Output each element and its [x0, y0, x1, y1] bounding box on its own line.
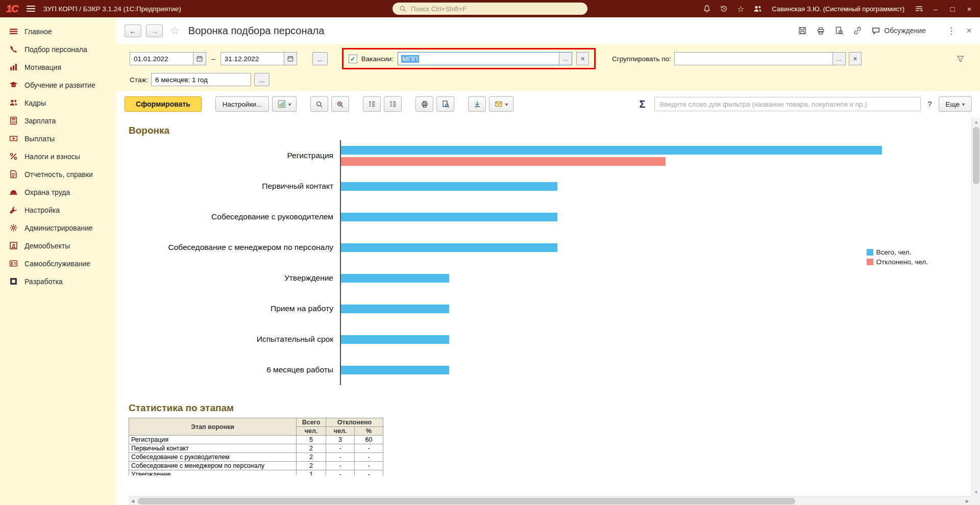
sidebar-item-staff[interactable]: Кадры	[0, 94, 116, 112]
sidebar-item-taxes[interactable]: Налоги и взносы	[0, 147, 116, 165]
help-button[interactable]: ?	[924, 100, 935, 108]
print-preview-icon[interactable]	[834, 26, 844, 36]
sidebar-item-reports[interactable]: Отчетность, справки	[0, 165, 116, 183]
print-icon[interactable]	[816, 26, 825, 36]
sidebar-item-settings[interactable]: Настройка	[0, 201, 116, 219]
global-search-input[interactable]	[411, 5, 582, 13]
sidebar-item-salary[interactable]: Зарплата	[0, 112, 116, 130]
svg-text:Д: Д	[12, 243, 15, 249]
main-menu-icon	[9, 27, 18, 36]
date-from-calendar-icon[interactable]	[193, 53, 206, 65]
more-menu-kebab-icon[interactable]: ⋮	[947, 26, 955, 36]
table-row: Собеседование с руководителем2--	[129, 453, 383, 462]
scroll-right-icon[interactable]: ▶	[963, 497, 971, 505]
history-icon[interactable]	[719, 4, 728, 13]
main-menu-hamburger-icon[interactable]	[27, 6, 35, 12]
col-header-total: Всего	[297, 418, 326, 427]
sidebar-item-admin[interactable]: Администрирование	[0, 219, 116, 237]
favorites-star-icon[interactable]: ☆	[736, 4, 745, 13]
horizontal-scrollbar[interactable]: ◀ ▶	[129, 496, 971, 505]
chart-category-label: Первичный контакт	[129, 171, 340, 201]
close-report-button[interactable]: ×	[966, 25, 972, 36]
global-search[interactable]	[393, 3, 587, 15]
vacancies-checkbox[interactable]: ✓	[349, 55, 357, 63]
sidebar-item-payments[interactable]: Выплаты	[0, 130, 116, 147]
vacancies-choose-button[interactable]: ...	[559, 53, 572, 65]
sidebar-item-demo[interactable]: ДДемообъекты	[0, 237, 116, 255]
sidebar-item-main-menu[interactable]: Главное	[0, 22, 116, 40]
chart-category-label: Собеседование с менеджером по персоналу	[129, 232, 340, 263]
period-options-button[interactable]: ...	[312, 52, 328, 65]
vacancies-label: Вакансии:	[361, 55, 394, 63]
vacancies-field[interactable]: МПП ...	[398, 52, 572, 65]
collapse-panel-icon[interactable]	[914, 4, 923, 13]
get-link-icon[interactable]	[852, 26, 862, 36]
scroll-left-icon[interactable]: ◀	[129, 497, 137, 505]
cancel-search-button[interactable]	[331, 96, 349, 112]
sum-sigma-icon[interactable]: Σ	[639, 98, 645, 110]
experience-choose-button[interactable]: ...	[254, 73, 270, 86]
vacancies-selected-text: МПП	[401, 55, 419, 63]
group-by-input[interactable]	[675, 53, 832, 65]
save-icon[interactable]	[797, 26, 807, 36]
report-toolbar: Сформировать Настройки... ▾	[116, 91, 980, 118]
find-button[interactable]	[310, 96, 328, 112]
chart-row: Испытательный срок	[129, 324, 949, 355]
vertical-scrollbar[interactable]: ▲ ▼	[971, 118, 980, 496]
report-header: ← → ☆ Воронка подбора персонала	[116, 17, 980, 44]
chart-bars	[340, 293, 949, 324]
print-button[interactable]	[415, 96, 433, 112]
send-email-button[interactable]: ▾	[489, 96, 513, 112]
stage-cell: Собеседование с менеджером по персоналу	[129, 462, 297, 470]
save-file-button[interactable]	[468, 96, 486, 112]
group-by-choose-button[interactable]: ...	[832, 53, 845, 65]
collapse-groups-button[interactable]	[363, 96, 381, 112]
more-button[interactable]: Еще ▾	[939, 96, 972, 112]
value-cell: -	[355, 453, 383, 462]
sidebar-item-selfservice[interactable]: Самообслуживание	[0, 255, 116, 272]
sidebar-item-education[interactable]: Обучение и развитие	[0, 76, 116, 94]
chart-row: Первичный контакт	[129, 171, 949, 201]
scroll-up-icon[interactable]: ▲	[972, 118, 980, 126]
horizontal-scroll-thumb[interactable]	[138, 498, 795, 504]
stage-cell: Регистрация	[129, 436, 297, 444]
sidebar-item-label: Обучение и развитие	[24, 81, 95, 89]
maximize-button[interactable]: □	[948, 5, 957, 13]
date-to-input[interactable]	[221, 53, 284, 65]
sidebar-item-safety[interactable]: Охрана труда	[0, 183, 116, 201]
generate-button[interactable]: Сформировать	[125, 96, 202, 112]
discussion-button[interactable]: Обсуждение	[871, 26, 926, 36]
print-preview-icon	[442, 100, 450, 108]
date-from-input[interactable]	[130, 53, 193, 65]
scroll-down-icon[interactable]: ▼	[972, 488, 980, 496]
sidebar-item-motivation[interactable]: Мотивация	[0, 58, 116, 76]
vertical-scroll-thumb[interactable]	[973, 127, 979, 184]
notifications-bell-icon[interactable]	[702, 4, 712, 13]
back-button[interactable]: ←	[125, 24, 141, 37]
main-area: ← → ☆ Воронка подбора персонала	[116, 17, 980, 505]
quick-filter-input[interactable]	[654, 97, 921, 111]
group-by-clear-button[interactable]: ×	[849, 52, 862, 65]
expand-groups-button[interactable]	[384, 96, 402, 112]
sidebar-item-label: Мотивация	[24, 63, 61, 71]
chart-bar	[341, 305, 449, 313]
close-window-button[interactable]: ×	[965, 5, 974, 13]
forward-button[interactable]: →	[146, 24, 163, 37]
chart-category-label: Испытательный срок	[129, 324, 340, 355]
date-to-calendar-icon[interactable]	[284, 53, 297, 65]
filter-funnel-icon[interactable]	[956, 55, 965, 63]
sidebar-item-dev[interactable]: Разработка	[0, 272, 116, 290]
add-to-favorites-star-icon[interactable]: ☆	[170, 24, 180, 37]
discussions-people-icon[interactable]	[753, 4, 762, 13]
print-preview-button[interactable]	[436, 96, 454, 112]
vacancies-clear-button[interactable]: ×	[576, 52, 589, 65]
value-cell: -	[355, 462, 383, 470]
experience-input[interactable]	[152, 73, 251, 86]
legend-item: Всего, чел.	[867, 248, 928, 256]
settings-button[interactable]: Настройки...	[215, 96, 269, 112]
minimize-button[interactable]: –	[931, 5, 940, 13]
report-variants-button[interactable]: ▾	[272, 96, 297, 112]
report-area: Воронка Всего, чел.Отклонено, чел. Регис…	[116, 118, 980, 505]
current-user[interactable]: Савинская З.Ю. (Системный программист)	[772, 5, 904, 13]
sidebar-item-recruitment[interactable]: Подбор персонала	[0, 40, 116, 58]
